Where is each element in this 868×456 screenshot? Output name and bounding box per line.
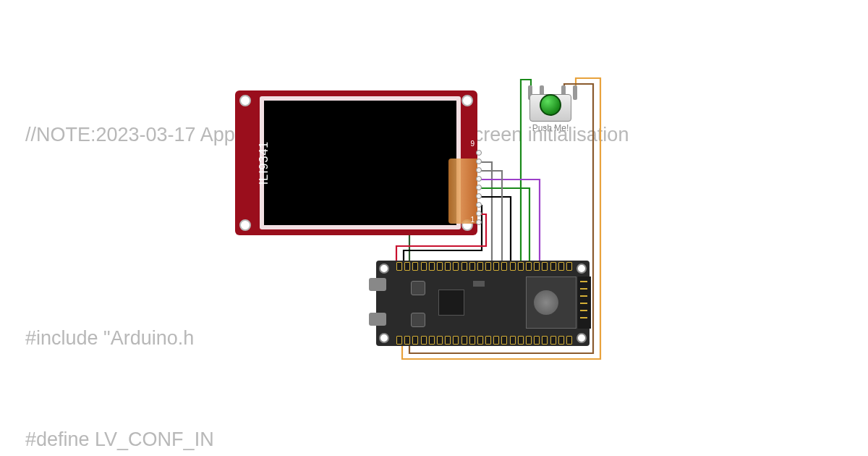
code-line: #include "Arduino.h: [25, 321, 843, 355]
code-background: //NOTE:2023-03-17 Appears to be missing …: [25, 51, 843, 456]
code-line: //NOTE:2023-03-17 Appears to be missing …: [25, 118, 843, 152]
code-line: #define LV_CONF_IN: [25, 423, 843, 456]
